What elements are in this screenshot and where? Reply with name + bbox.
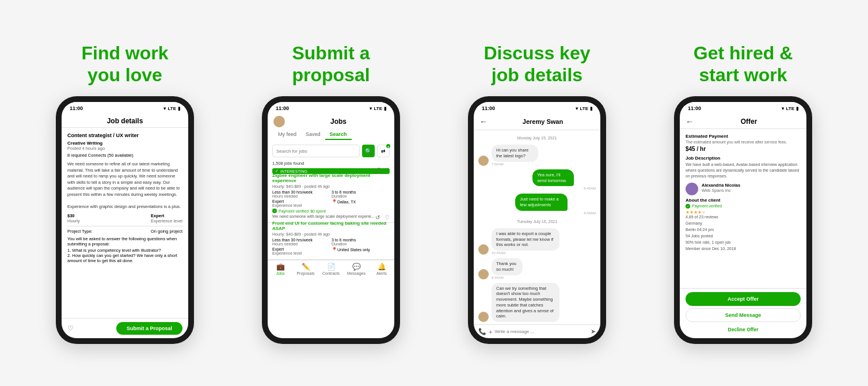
job-card-2-title: Front end UI for customer facing baking … <box>272 221 390 231</box>
job-card-1-title: Zigbee engineer with large scale deploym… <box>272 173 390 183</box>
tab-search[interactable]: Search <box>325 130 352 140</box>
jobs-search-row: 🔍 ⇄ ● <box>268 142 394 160</box>
jobs-nav-icon: 💼 <box>276 263 285 271</box>
heart-icon-2[interactable]: ♡ <box>384 214 390 221</box>
client-info: Alexandria Nicolas Web Spans Inc <box>702 183 740 193</box>
offer-job-desc: We have built a web-based, Avatar-based … <box>686 162 801 179</box>
phone-frame-2: 11:00 ▾ LTE ▮ Jobs My feed Saved Search <box>262 96 400 344</box>
msg-time-2: 8:45AM <box>532 187 596 190</box>
phone-screen-2: 11:00 ▾ LTE ▮ Jobs My feed Saved Search <box>268 102 394 338</box>
client-stars: ★★★★★ <box>686 210 801 215</box>
job-desc-title: Job Description <box>686 156 801 161</box>
signal-icon-4: ▾ <box>782 106 784 111</box>
job-rate: $30 Hourly <box>67 213 80 224</box>
jobs-header: Jobs <box>268 113 394 127</box>
job-card-1-duration: 3 to 6 months Duration <box>332 190 390 198</box>
search-button[interactable]: 🔍 <box>362 145 375 157</box>
chat-contact-name: Jeremy Swan <box>491 118 595 125</box>
msg-row-6: Can we try something that doesn't show t… <box>478 283 596 323</box>
job-card-2-duration: 3 to 6 months Duration <box>332 238 390 246</box>
chat-date-1: Monday July 15, 2021 <box>478 136 596 140</box>
refresh-icon-2[interactable]: ↺ <box>375 214 380 221</box>
section-title-submit: Submit a proposal <box>292 42 370 86</box>
status-icons-4: ▾ LTE ▮ <box>782 106 798 111</box>
job-stats: $30 Hourly Expert Experience level <box>67 213 182 224</box>
section-get-hired: Get hired & start work 11:00 ▾ LTE ▮ ← O… <box>645 42 841 345</box>
estimated-payment-title: Estimated Payment <box>686 134 801 139</box>
time-2: 11:00 <box>276 105 289 111</box>
job-card-2-location: 📍United States only <box>332 247 390 255</box>
phone-screen-4: 11:00 ▾ LTE ▮ ← Offer Estimated Payment … <box>680 102 806 338</box>
refresh-icon-1[interactable]: ↺ <box>375 166 380 173</box>
offer-screen-title: Offer <box>697 118 801 126</box>
tab-my-feed[interactable]: My feed <box>273 130 301 140</box>
msg-bubble-4: I was able to export a couple formats, p… <box>492 228 559 251</box>
plus-icon[interactable]: + <box>489 328 492 335</box>
msg-row-2: Yea sure, I'll send tomorrow. 8:45AM <box>478 169 596 191</box>
wifi-icon-3: LTE <box>580 106 588 111</box>
job-description: We need someone to refine all of our lat… <box>67 161 182 210</box>
section-title-discuss: Discuss key job details <box>484 42 590 86</box>
job-posted: Posted 4 hours ago <box>67 146 182 151</box>
send-message-button[interactable]: Send Message <box>686 308 801 322</box>
job-company: Creative Writing <box>67 141 182 146</box>
battery-icon-3: ▮ <box>590 106 592 111</box>
accept-offer-button[interactable]: Accept Offer <box>686 292 801 306</box>
filter-button[interactable]: ⇄ ● <box>377 145 390 157</box>
filter-dot: ● <box>386 144 390 148</box>
signal-icon-1: ▾ <box>163 106 166 111</box>
time-3: 11:00 <box>482 105 495 111</box>
wifi-icon-4: LTE <box>786 106 794 111</box>
tab-saved[interactable]: Saved <box>301 130 325 140</box>
job-card-2-details: Less than 30 hrs/week Hours needed 3 to … <box>272 238 390 255</box>
job-card-2-experience: Expert Experience level <box>272 247 330 255</box>
job-title: Content strategist / UX writer <box>67 133 182 138</box>
section-submit-proposal: Submit a proposal 11:00 ▾ LTE ▮ Jobs <box>233 42 429 345</box>
section-find-work: Find work you love 11:00 ▾ LTE ▮ Job det… <box>27 42 223 345</box>
offer-header: ← Offer <box>680 113 806 129</box>
msg-row-1: Hi can you share the latest logo? 7:50AM <box>478 145 596 166</box>
verified-dot-offer: ✓ <box>686 204 690 209</box>
phone-frame-3: 11:00 ▾ LTE ▮ ← Jeremy Swan Monday July … <box>468 96 606 344</box>
msg-time-3: 8:48AM <box>515 211 596 215</box>
nav-contracts[interactable]: 📄 Contracts <box>318 263 344 275</box>
messages-nav-icon: 💬 <box>352 263 361 271</box>
job-questions: You will be asked to answer the followin… <box>67 236 182 263</box>
section-discuss-job: Discuss key job details 11:00 ▾ LTE ▮ ← … <box>439 42 635 345</box>
msg-time-4: 10:45AM <box>492 251 596 255</box>
offer-back-button[interactable]: ← <box>686 117 694 126</box>
job-card-2[interactable]: ↺ ♡ Front end UI for customer facing bak… <box>268 223 394 260</box>
heart-icon[interactable]: ♡ <box>67 324 74 332</box>
job-card-2-meta: Hourly: $40-$89 · posted 4h ago <box>272 232 390 236</box>
heart-icon-1[interactable]: ♡ <box>384 166 390 173</box>
client-time: Berlin 04:24 pm <box>686 228 801 232</box>
section-title-get-hired: Get hired & start work <box>694 42 793 86</box>
job-screen: Job details Content strategist / UX writ… <box>62 113 188 338</box>
nav-proposals[interactable]: ✏️ Proposals <box>293 263 318 275</box>
jobs-search-input[interactable] <box>272 145 360 157</box>
send-icon[interactable]: ➤ <box>591 328 596 335</box>
submit-proposal-button[interactable]: Submit a Proposal <box>116 322 182 335</box>
chat-header: ← Jeremy Swan <box>474 113 600 130</box>
decline-offer-button[interactable]: Decline Offer <box>686 324 801 335</box>
client-location: Germany <box>686 221 801 225</box>
client-reviews: 4.89 of 23 reviews <box>686 215 801 219</box>
chat-input[interactable] <box>494 329 588 334</box>
estimated-payment-sub: The estimated amount you will receive af… <box>686 140 801 144</box>
msg-avatar-4 <box>478 244 489 255</box>
job-card-1-details: Less than 30 hrs/week Hours needed 3 to … <box>272 190 390 207</box>
time-1: 11:00 <box>70 105 83 111</box>
phone-icon[interactable]: 📞 <box>478 328 486 335</box>
status-icons-3: ▾ LTE ▮ <box>576 106 592 111</box>
job-project-type: Project Type: On going project <box>67 226 182 234</box>
back-button[interactable]: ← <box>479 117 488 126</box>
nav-jobs[interactable]: 💼 Jobs <box>268 263 293 275</box>
nav-alerts[interactable]: 🔔 Alerts <box>369 263 394 275</box>
msg-avatar-5 <box>478 269 489 279</box>
phone-frame-1: 11:00 ▾ LTE ▮ Job details Content strate… <box>56 96 194 344</box>
bottom-nav: 💼 Jobs ✏️ Proposals 📄 Contracts 💬 Messag… <box>268 260 394 277</box>
client-name: Alexandria Nicolas <box>702 183 740 188</box>
nav-messages[interactable]: 💬 Messages <box>344 263 369 275</box>
job-card-1-experience: Expert Experience level <box>272 199 330 207</box>
verified-dot-1: ✓ <box>272 209 277 213</box>
